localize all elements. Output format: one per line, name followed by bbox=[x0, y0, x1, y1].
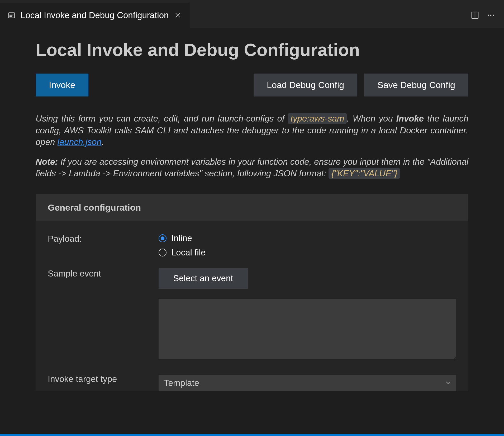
split-editor-icon[interactable] bbox=[471, 11, 479, 19]
general-config-panel: General configuration Payload: Inline bbox=[36, 194, 468, 391]
tab-actions bbox=[471, 11, 499, 19]
payload-label: Payload: bbox=[48, 233, 159, 258]
panel-header: General configuration bbox=[36, 194, 468, 221]
panel-title: General configuration bbox=[48, 202, 456, 213]
payload-row: Payload: Inline Local file bbox=[48, 233, 456, 258]
status-bar[interactable] bbox=[0, 434, 504, 436]
invoke-target-type-select[interactable]: Template bbox=[159, 375, 456, 391]
payload-inline-radio[interactable]: Inline bbox=[159, 233, 456, 243]
desc-text: . When you bbox=[347, 114, 396, 123]
more-icon[interactable] bbox=[487, 11, 495, 19]
radio-label: Local file bbox=[171, 248, 206, 258]
invoke-button[interactable]: Invoke bbox=[36, 74, 88, 96]
preview-icon bbox=[8, 12, 15, 19]
desc-invoke-word: Invoke bbox=[396, 114, 424, 123]
sample-event-textarea[interactable] bbox=[159, 299, 456, 359]
launch-json-link[interactable]: launch.json bbox=[58, 137, 102, 147]
close-icon[interactable] bbox=[174, 11, 182, 19]
svg-point-8 bbox=[488, 14, 489, 16]
button-row-right: Load Debug Config Save Debug Config bbox=[254, 74, 468, 96]
tab-title: Local Invoke and Debug Configuration bbox=[21, 10, 169, 20]
type-chip: type:aws-sam bbox=[288, 113, 347, 124]
tab-active[interactable]: Local Invoke and Debug Configuration bbox=[0, 3, 190, 28]
svg-point-10 bbox=[493, 14, 494, 16]
tab-bar: Local Invoke and Debug Configuration bbox=[0, 3, 504, 28]
load-debug-config-button[interactable]: Load Debug Config bbox=[254, 74, 357, 96]
sample-event-label: Sample event bbox=[48, 268, 159, 360]
content: Local Invoke and Debug Configuration Inv… bbox=[0, 28, 504, 391]
invoke-target-type-label: Invoke target type bbox=[48, 374, 159, 391]
page-title: Local Invoke and Debug Configuration bbox=[36, 40, 468, 60]
note-label: Note: bbox=[36, 157, 58, 167]
desc-text: . bbox=[102, 137, 104, 147]
tab-group: Local Invoke and Debug Configuration bbox=[0, 3, 190, 28]
note-body: If you are accessing environment variabl… bbox=[36, 157, 468, 178]
button-row: Invoke Load Debug Config Save Debug Conf… bbox=[36, 74, 468, 96]
note-block: Note: If you are accessing environment v… bbox=[36, 156, 468, 180]
invoke-target-type-row: Invoke target type Template bbox=[48, 374, 456, 391]
desc-text: Using this form you can create, edit, an… bbox=[36, 114, 288, 123]
panel-body: Payload: Inline Local file bbox=[36, 221, 468, 391]
svg-point-9 bbox=[490, 14, 492, 16]
save-debug-config-button[interactable]: Save Debug Config bbox=[364, 74, 468, 96]
radio-checked-icon bbox=[159, 234, 167, 242]
description: Using this form you can create, edit, an… bbox=[36, 113, 468, 148]
note-example: {"KEY":"VALUE"} bbox=[329, 168, 400, 179]
payload-radio-group: Inline Local file bbox=[159, 233, 456, 258]
payload-localfile-radio[interactable]: Local file bbox=[159, 248, 456, 258]
select-event-button[interactable]: Select an event bbox=[159, 268, 248, 289]
radio-label: Inline bbox=[171, 233, 192, 243]
sample-event-row: Sample event Select an event bbox=[48, 268, 456, 360]
radio-unchecked-icon bbox=[159, 249, 167, 256]
